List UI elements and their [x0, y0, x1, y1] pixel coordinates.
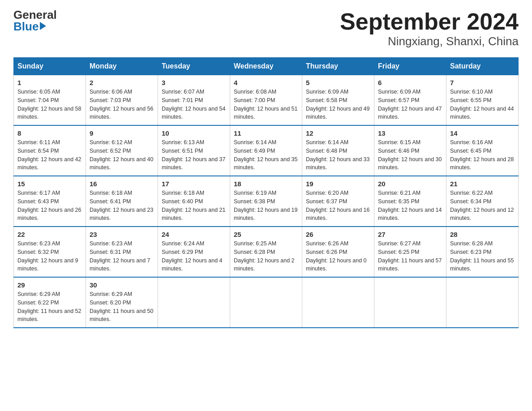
- day-number: 24: [162, 231, 226, 238]
- day-number: 15: [17, 180, 82, 188]
- day-cell: 5Sunrise: 6:09 AMSunset: 6:58 PMDaylight…: [302, 75, 374, 126]
- day-info: Sunrise: 6:14 AMSunset: 6:49 PMDaylight:…: [234, 138, 298, 172]
- day-cell: 23Sunrise: 6:23 AMSunset: 6:31 PMDayligh…: [86, 227, 158, 277]
- week-row-1: 1Sunrise: 6:05 AMSunset: 7:04 PMDaylight…: [14, 75, 519, 126]
- day-cell: 20Sunrise: 6:21 AMSunset: 6:35 PMDayligh…: [374, 176, 446, 227]
- day-cell: 29Sunrise: 6:29 AMSunset: 6:22 PMDayligh…: [14, 277, 86, 328]
- day-info: Sunrise: 6:25 AMSunset: 6:28 PMDaylight:…: [234, 240, 298, 273]
- day-number: 21: [450, 180, 515, 188]
- week-row-3: 15Sunrise: 6:17 AMSunset: 6:43 PMDayligh…: [14, 176, 519, 227]
- day-number: 18: [234, 180, 298, 188]
- day-cell: 7Sunrise: 6:10 AMSunset: 6:55 PMDaylight…: [446, 75, 519, 126]
- day-number: 6: [378, 79, 442, 86]
- day-info: Sunrise: 6:29 AMSunset: 6:22 PMDaylight:…: [17, 290, 82, 324]
- day-cell: 13Sunrise: 6:15 AMSunset: 6:46 PMDayligh…: [374, 125, 446, 176]
- day-cell: 26Sunrise: 6:26 AMSunset: 6:26 PMDayligh…: [302, 227, 374, 277]
- day-number: 4: [234, 79, 298, 86]
- day-info: Sunrise: 6:19 AMSunset: 6:38 PMDaylight:…: [234, 189, 298, 223]
- day-info: Sunrise: 6:28 AMSunset: 6:23 PMDaylight:…: [450, 240, 515, 273]
- day-cell: [446, 277, 519, 328]
- day-info: Sunrise: 6:09 AMSunset: 6:57 PMDaylight:…: [378, 88, 442, 121]
- day-cell: 14Sunrise: 6:16 AMSunset: 6:45 PMDayligh…: [446, 125, 519, 176]
- calendar-location: Ningxiang, Shanxi, China: [340, 34, 519, 48]
- col-header-saturday: Saturday: [446, 58, 519, 75]
- day-info: Sunrise: 6:09 AMSunset: 6:58 PMDaylight:…: [306, 88, 370, 121]
- day-cell: [302, 277, 374, 328]
- day-info: Sunrise: 6:24 AMSunset: 6:29 PMDaylight:…: [162, 240, 226, 273]
- day-info: Sunrise: 6:10 AMSunset: 6:55 PMDaylight:…: [450, 88, 515, 121]
- day-number: 5: [306, 79, 370, 86]
- day-number: 16: [90, 180, 154, 188]
- day-number: 10: [162, 129, 226, 137]
- day-cell: 6Sunrise: 6:09 AMSunset: 6:57 PMDaylight…: [374, 75, 446, 126]
- day-cell: [374, 277, 446, 328]
- day-info: Sunrise: 6:05 AMSunset: 7:04 PMDaylight:…: [17, 88, 82, 121]
- day-info: Sunrise: 6:06 AMSunset: 7:03 PMDaylight:…: [90, 88, 154, 121]
- col-header-thursday: Thursday: [302, 58, 374, 75]
- day-number: 20: [378, 180, 442, 188]
- day-cell: 10Sunrise: 6:13 AMSunset: 6:51 PMDayligh…: [158, 125, 230, 176]
- day-cell: 21Sunrise: 6:22 AMSunset: 6:34 PMDayligh…: [446, 176, 519, 227]
- day-info: Sunrise: 6:08 AMSunset: 7:00 PMDaylight:…: [234, 88, 298, 121]
- day-info: Sunrise: 6:14 AMSunset: 6:48 PMDaylight:…: [306, 138, 370, 172]
- col-header-friday: Friday: [374, 58, 446, 75]
- day-info: Sunrise: 6:17 AMSunset: 6:43 PMDaylight:…: [17, 189, 82, 223]
- week-row-4: 22Sunrise: 6:23 AMSunset: 6:32 PMDayligh…: [14, 227, 519, 277]
- day-number: 3: [162, 79, 226, 86]
- logo-blue-text: Blue: [13, 21, 39, 32]
- col-header-wednesday: Wednesday: [230, 58, 302, 75]
- day-cell: 4Sunrise: 6:08 AMSunset: 7:00 PMDaylight…: [230, 75, 302, 126]
- day-cell: 22Sunrise: 6:23 AMSunset: 6:32 PMDayligh…: [14, 227, 86, 277]
- day-number: 26: [306, 231, 370, 238]
- day-number: 14: [450, 129, 515, 137]
- day-info: Sunrise: 6:29 AMSunset: 6:20 PMDaylight:…: [90, 290, 154, 324]
- day-cell: 12Sunrise: 6:14 AMSunset: 6:48 PMDayligh…: [302, 125, 374, 176]
- logo: General Blue: [13, 9, 57, 32]
- day-number: 23: [90, 231, 154, 238]
- day-info: Sunrise: 6:21 AMSunset: 6:35 PMDaylight:…: [378, 189, 442, 223]
- day-info: Sunrise: 6:27 AMSunset: 6:25 PMDaylight:…: [378, 240, 442, 273]
- day-info: Sunrise: 6:11 AMSunset: 6:54 PMDaylight:…: [17, 138, 82, 172]
- logo-arrow-icon: [40, 22, 46, 30]
- day-number: 27: [378, 231, 442, 238]
- title-block: September 2024 Ningxiang, Shanxi, China: [340, 9, 519, 48]
- day-cell: [158, 277, 230, 328]
- day-number: 12: [306, 129, 370, 137]
- day-cell: 17Sunrise: 6:18 AMSunset: 6:40 PMDayligh…: [158, 176, 230, 227]
- day-number: 13: [378, 129, 442, 137]
- calendar-table: SundayMondayTuesdayWednesdayThursdayFrid…: [13, 57, 519, 328]
- day-info: Sunrise: 6:13 AMSunset: 6:51 PMDaylight:…: [162, 138, 226, 172]
- day-cell: [230, 277, 302, 328]
- day-number: 28: [450, 231, 515, 238]
- day-number: 8: [17, 129, 82, 137]
- day-info: Sunrise: 6:15 AMSunset: 6:46 PMDaylight:…: [378, 138, 442, 172]
- day-number: 1: [17, 79, 82, 86]
- day-cell: 11Sunrise: 6:14 AMSunset: 6:49 PMDayligh…: [230, 125, 302, 176]
- day-number: 19: [306, 180, 370, 188]
- day-info: Sunrise: 6:07 AMSunset: 7:01 PMDaylight:…: [162, 88, 226, 121]
- day-cell: 3Sunrise: 6:07 AMSunset: 7:01 PMDaylight…: [158, 75, 230, 126]
- day-number: 30: [90, 281, 154, 289]
- day-cell: 28Sunrise: 6:28 AMSunset: 6:23 PMDayligh…: [446, 227, 519, 277]
- day-info: Sunrise: 6:18 AMSunset: 6:40 PMDaylight:…: [162, 189, 226, 223]
- day-cell: 9Sunrise: 6:12 AMSunset: 6:52 PMDaylight…: [86, 125, 158, 176]
- day-info: Sunrise: 6:23 AMSunset: 6:31 PMDaylight:…: [90, 240, 154, 273]
- day-cell: 27Sunrise: 6:27 AMSunset: 6:25 PMDayligh…: [374, 227, 446, 277]
- page-header: General Blue September 2024 Ningxiang, S…: [13, 9, 519, 48]
- week-row-5: 29Sunrise: 6:29 AMSunset: 6:22 PMDayligh…: [14, 277, 519, 328]
- day-number: 29: [17, 281, 82, 289]
- week-row-2: 8Sunrise: 6:11 AMSunset: 6:54 PMDaylight…: [14, 125, 519, 176]
- day-number: 2: [90, 79, 154, 86]
- day-cell: 30Sunrise: 6:29 AMSunset: 6:20 PMDayligh…: [86, 277, 158, 328]
- day-info: Sunrise: 6:22 AMSunset: 6:34 PMDaylight:…: [450, 189, 515, 223]
- day-cell: 15Sunrise: 6:17 AMSunset: 6:43 PMDayligh…: [14, 176, 86, 227]
- day-cell: 24Sunrise: 6:24 AMSunset: 6:29 PMDayligh…: [158, 227, 230, 277]
- logo-general-text: General: [13, 9, 57, 21]
- day-info: Sunrise: 6:20 AMSunset: 6:37 PMDaylight:…: [306, 189, 370, 223]
- day-cell: 18Sunrise: 6:19 AMSunset: 6:38 PMDayligh…: [230, 176, 302, 227]
- day-info: Sunrise: 6:26 AMSunset: 6:26 PMDaylight:…: [306, 240, 370, 273]
- day-info: Sunrise: 6:12 AMSunset: 6:52 PMDaylight:…: [90, 138, 154, 172]
- day-cell: 19Sunrise: 6:20 AMSunset: 6:37 PMDayligh…: [302, 176, 374, 227]
- col-header-sunday: Sunday: [14, 58, 86, 75]
- day-cell: 2Sunrise: 6:06 AMSunset: 7:03 PMDaylight…: [86, 75, 158, 126]
